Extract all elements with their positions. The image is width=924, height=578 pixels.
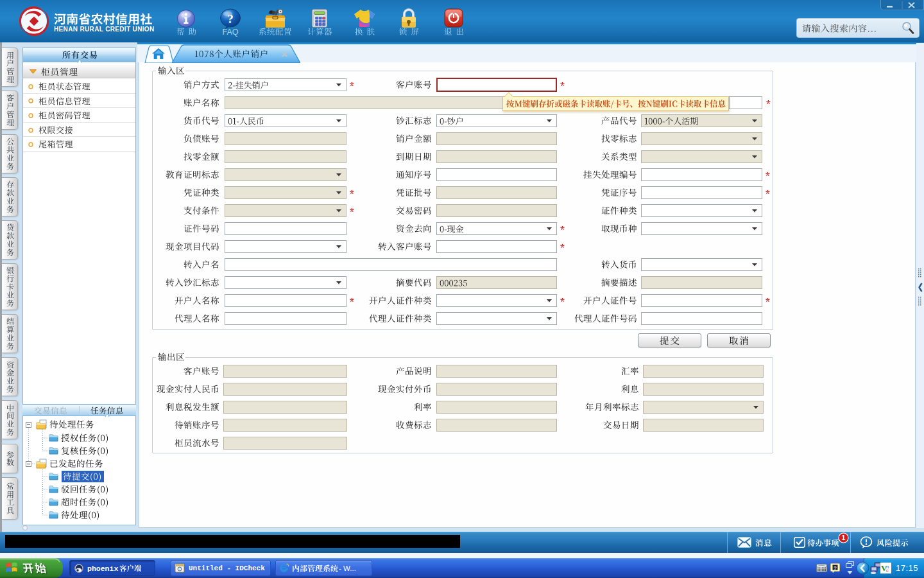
- svg-text:?: ?: [227, 12, 234, 26]
- svg-text:1: 1: [842, 534, 846, 541]
- svg-text:?: ?: [834, 565, 837, 571]
- svg-text:c: c: [886, 568, 889, 574]
